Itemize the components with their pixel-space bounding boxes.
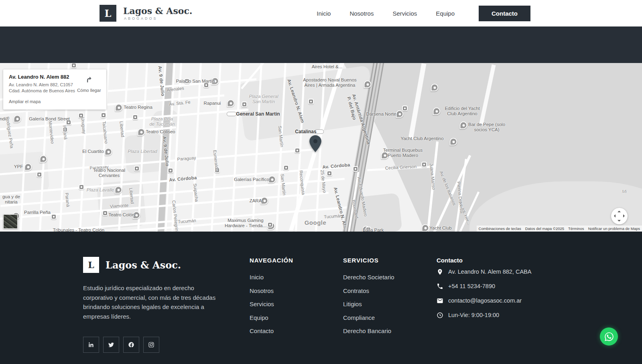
map-transit-marker[interactable] [283,165,289,171]
map-poi-marker[interactable] [381,152,389,159]
map-transit-marker[interactable] [78,113,84,118]
map-pan-control[interactable] [611,208,628,224]
map-transit-marker[interactable] [101,112,106,118]
map-road [210,63,222,232]
linkedin-icon [88,342,94,348]
instagram-icon [148,342,154,348]
twitter-icon [108,342,114,348]
contact-text: contacto@lagosasoc.com.ar [448,297,522,304]
footer-contact-location: Av. Leandro N. Alem 882, CABA [437,268,541,275]
map-transit-marker[interactable] [203,82,209,88]
contact-button[interactable]: Contacto [479,6,530,21]
map-poi-marker[interactable] [396,110,404,118]
map-attribution-item[interactable]: Combinaciones de teclas [477,226,523,232]
contact-text: Lun-Vie: 9:00-19:00 [448,312,499,318]
map-poi-marker[interactable] [261,197,268,205]
social-link-instagram[interactable] [143,337,159,353]
footer-contact-email: contacto@lagosasoc.com.ar [437,297,541,304]
map-transit-marker[interactable] [66,120,71,125]
map-road [190,63,202,232]
social-link-facebook[interactable] [123,337,139,353]
map-satellite-toggle[interactable] [3,214,18,229]
map-attribution-item[interactable]: Notificar un problema de Maps [586,226,642,232]
footer-nav-link-equipo[interactable]: Equipo [250,314,343,321]
map-transit-marker[interactable] [214,167,220,173]
footer-logo-mark: L [83,257,99,273]
whatsapp-fab[interactable] [600,327,618,346]
map-subte-badge[interactable] [314,130,324,134]
map-poi-marker[interactable] [227,100,235,107]
map-transit-marker[interactable] [267,222,273,228]
map-transit-marker[interactable] [79,184,84,190]
map-poi-marker[interactable] [460,122,467,129]
map-poi-marker[interactable] [40,155,47,163]
map-transit-marker[interactable] [132,114,138,120]
map-attribution-item[interactable]: Términos [566,226,586,232]
map-transit-marker[interactable] [134,166,140,171]
map-poi-marker[interactable] [14,115,21,123]
footer-nav-link-inicio[interactable]: Inicio [250,274,343,281]
footer-nav-link-nosotros[interactable]: Nosotros [250,287,343,294]
footer-nav-link-servicios[interactable]: Servicios [250,301,343,307]
map-poi-marker[interactable] [422,224,429,232]
map-poi-marker[interactable] [115,186,122,194]
map-transit-marker[interactable] [102,210,108,216]
footer-service-link-derecho-societario[interactable]: Derecho Societario [343,274,437,281]
map-attribution-bar: Combinaciones de teclasDatos del mapa ©2… [477,226,642,232]
map-transit-marker[interactable] [327,171,332,176]
map-transit-marker[interactable] [71,63,77,68]
map-transit-marker[interactable] [295,148,300,153]
map-expand-link[interactable]: Ampliar el mapa [9,99,41,104]
map-transit-marker[interactable] [37,172,42,177]
map-transit-marker[interactable] [366,227,371,232]
map-transit-marker[interactable] [242,102,247,107]
map-transit-marker[interactable] [184,78,190,84]
brand-logo[interactable]: L Lagos & Asoc. ABOGADOS [100,5,193,22]
map-label: Galería Bond Street [29,116,70,122]
nav-link-inicio[interactable]: Inicio [317,10,331,17]
contact-text: Av. Leandro N. Alem 882, CABA [448,268,531,275]
pan-left-icon [614,214,616,218]
footer-service-link-derecho-bancario[interactable]: Derecho Bancario [343,327,437,334]
nav-link-nosotros[interactable]: Nosotros [349,10,374,17]
map-transit-marker[interactable] [421,162,427,167]
footer-service-link-contratos[interactable]: Contratos [343,287,437,294]
nav-link-equipo[interactable]: Equipo [436,10,455,17]
map-poi-marker[interactable] [433,108,441,115]
map-transit-marker[interactable] [353,166,358,172]
social-link-twitter[interactable] [103,337,119,353]
map-location-pin[interactable] [309,135,321,152]
map-transit-marker[interactable] [51,214,57,220]
map-transit-marker[interactable] [308,99,314,104]
map-transit-marker[interactable] [62,127,68,132]
map-poi-marker[interactable] [268,176,276,183]
map-poi-marker[interactable] [211,77,219,85]
map-poi-marker[interactable] [138,128,145,136]
footer-service-link-compliance[interactable]: Compliance [343,314,437,321]
map-directions-button[interactable]: Cómo llegar [77,74,102,105]
map-transit-marker[interactable] [402,106,408,111]
top-navbar: L Lagos & Asoc. ABOGADOS InicioNosotrosS… [0,0,642,26]
map-poi-marker[interactable] [364,81,372,88]
location-icon [437,268,443,275]
footer-contact-phone: +54 11 5234-7890 [437,283,541,290]
nav-link-servicios[interactable]: Servicios [392,10,417,17]
footer-nav-link-contacto[interactable]: Contacto [250,327,343,334]
map-poi-marker[interactable] [24,163,32,171]
footer: L Lagos & Asoc. Estudio jurídico especia… [0,232,642,364]
footer-brand-name: Lagos & Asoc. [106,259,181,271]
map-poi-marker[interactable] [115,104,123,112]
map-poi-marker[interactable] [431,84,439,92]
pan-down-icon [618,220,621,222]
social-link-linkedin[interactable] [83,337,99,353]
map-poi-marker[interactable] [105,148,112,156]
map-label: ndid [0,116,8,122]
map-poi-marker[interactable] [450,138,457,146]
google-map-embed[interactable]: Aires Hotel &...Apostadero Naval Buenos … [0,63,642,232]
map-label: Teatro Regina [124,105,152,110]
footer-social-links [83,337,250,353]
footer-service-link-litigios[interactable]: Litigios [343,301,437,307]
map-transit-marker[interactable] [168,168,173,173]
map-subte-badge[interactable] [227,112,236,116]
map-poi-marker[interactable] [133,211,140,219]
